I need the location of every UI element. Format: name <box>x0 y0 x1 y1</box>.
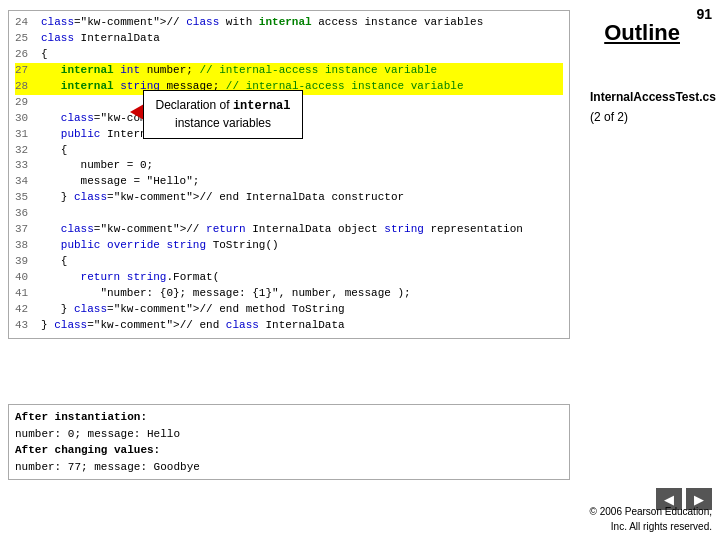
line-number: 38 <box>15 238 37 254</box>
copyright: © 2006 Pearson Education, Inc. All right… <box>590 504 712 534</box>
line-number: 36 <box>15 206 37 222</box>
callout-arrow <box>130 104 144 120</box>
line-text <box>41 206 563 222</box>
line-text: { <box>41 143 563 159</box>
line-text: class InternalData <box>41 31 563 47</box>
callout-line1: Declaration of <box>156 98 233 112</box>
line-number: 35 <box>15 190 37 206</box>
callout-line2: instance variables <box>175 116 271 130</box>
code-line: 32 { <box>15 143 563 159</box>
line-text: } class="kw-comment">// end method ToStr… <box>41 302 563 318</box>
output-line: number: 0; message: Hello <box>15 426 563 443</box>
callout-box: Declaration of internal instance variabl… <box>143 90 303 139</box>
code-block: 24class="kw-comment">// class with inter… <box>8 10 570 339</box>
line-number: 29 <box>15 95 37 111</box>
code-line: 33 number = 0; <box>15 158 563 174</box>
line-text: class="kw-comment">// class with interna… <box>41 15 563 31</box>
line-text: number = 0; <box>41 158 563 174</box>
line-number: 42 <box>15 302 37 318</box>
line-text: { <box>41 47 563 63</box>
code-line: 34 message = "Hello"; <box>15 174 563 190</box>
line-text: { <box>41 254 563 270</box>
line-number: 24 <box>15 15 37 31</box>
code-line: 35 } class="kw-comment">// end InternalD… <box>15 190 563 206</box>
line-text: "number: {0}; message: {1}", number, mes… <box>41 286 563 302</box>
code-line: 42 } class="kw-comment">// end method To… <box>15 302 563 318</box>
line-number: 32 <box>15 143 37 159</box>
code-line: 36 <box>15 206 563 222</box>
line-number: 33 <box>15 158 37 174</box>
line-text: class="kw-comment">// return InternalDat… <box>41 222 563 238</box>
code-line: 40 return string.Format( <box>15 270 563 286</box>
output-line: number: 77; message: Goodbye <box>15 459 563 476</box>
line-text: } class="kw-comment">// end class Intern… <box>41 318 563 334</box>
code-line: 43} class="kw-comment">// end class Inte… <box>15 318 563 334</box>
line-number: 43 <box>15 318 37 334</box>
line-number: 27 <box>15 63 37 79</box>
copyright-line2: Inc. All rights reserved. <box>590 519 712 534</box>
output-line: After changing values: <box>15 442 563 459</box>
line-number: 40 <box>15 270 37 286</box>
code-line: 24class="kw-comment">// class with inter… <box>15 15 563 31</box>
code-line: 37 class="kw-comment">// return Internal… <box>15 222 563 238</box>
line-text: return string.Format( <box>41 270 563 286</box>
code-line: 27 internal int number; // internal-acce… <box>15 63 563 79</box>
line-number: 34 <box>15 174 37 190</box>
page-of: (2 of 2) <box>590 110 710 124</box>
line-number: 26 <box>15 47 37 63</box>
line-number: 39 <box>15 254 37 270</box>
line-number: 25 <box>15 31 37 47</box>
callout-wrapper: Declaration of internal instance variabl… <box>130 90 303 139</box>
output-area: After instantiation:number: 0; message: … <box>8 404 570 480</box>
line-number: 41 <box>15 286 37 302</box>
line-number: 37 <box>15 222 37 238</box>
code-line: 38 public override string ToString() <box>15 238 563 254</box>
code-line: 25class InternalData <box>15 31 563 47</box>
line-text: message = "Hello"; <box>41 174 563 190</box>
main-area: 24class="kw-comment">// class with inter… <box>8 10 578 430</box>
page-number: 91 <box>696 6 712 22</box>
line-number: 28 <box>15 79 37 95</box>
code-line: 41 "number: {0}; message: {1}", number, … <box>15 286 563 302</box>
line-number: 30 <box>15 111 37 127</box>
copyright-line1: © 2006 Pearson Education, <box>590 504 712 519</box>
outline-label: Outline <box>604 20 680 46</box>
code-line: 39 { <box>15 254 563 270</box>
line-number: 31 <box>15 127 37 143</box>
filename: InternalAccessTest.cs <box>590 90 710 106</box>
callout-keyword: internal <box>233 99 291 113</box>
line-text: } class="kw-comment">// end InternalData… <box>41 190 563 206</box>
output-line: After instantiation: <box>15 409 563 426</box>
sidebar-info: InternalAccessTest.cs (2 of 2) <box>590 90 710 124</box>
line-text: internal int number; // internal-access … <box>41 63 563 79</box>
line-text: public override string ToString() <box>41 238 563 254</box>
code-line: 26{ <box>15 47 563 63</box>
